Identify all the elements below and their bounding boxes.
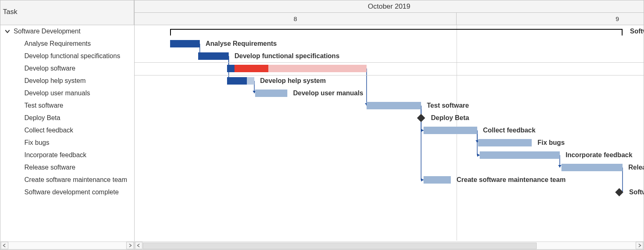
timeline-scrollbar[interactable] (134, 241, 644, 250)
task-panel-scrollbar[interactable] (0, 241, 134, 250)
tree-item[interactable]: Software development complete (0, 186, 134, 198)
task-bar[interactable] (324, 65, 367, 72)
summary-bar[interactable] (170, 29, 623, 34)
chevron-down-icon (5, 28, 10, 34)
timeline-panel: October 2019 89 Software DevelopmentAnal… (134, 0, 644, 250)
milestone[interactable] (417, 114, 425, 122)
scroll-right-button[interactable] (636, 242, 643, 249)
timeline-header-days: 89 (135, 13, 644, 25)
tree-item[interactable]: Fix bugs (0, 137, 134, 149)
tree-item[interactable]: Develop user manuals (0, 87, 134, 99)
bar-label: Software Development (630, 28, 644, 35)
bar-label: Analyse Requirements (206, 40, 277, 47)
task-bar[interactable] (198, 52, 229, 60)
task-panel: Task Software DevelopmentAnalyse Require… (0, 0, 134, 250)
task-tree: Software DevelopmentAnalyse Requirements… (0, 25, 134, 198)
tree-item[interactable]: Develop functional specifications (0, 50, 134, 62)
bar-label: Incorporate feedback (566, 151, 632, 159)
bar-label: Release software (628, 164, 644, 171)
tree-item[interactable]: Collect feedback (0, 124, 134, 137)
scroll-left-button[interactable] (135, 242, 142, 249)
svg-marker-10 (558, 165, 561, 167)
task-bar[interactable] (424, 176, 451, 184)
tree-item[interactable]: Release software (0, 161, 134, 174)
bar-label: Deploy Beta (431, 114, 469, 122)
bar-label: Develop user manuals (293, 90, 363, 97)
day-header: 9 (457, 13, 644, 25)
timeline-header-top: October 2019 (135, 0, 644, 13)
task-bar[interactable] (268, 65, 324, 72)
scroll-right-button[interactable] (126, 242, 134, 249)
task-bar[interactable] (424, 127, 477, 134)
task-bar[interactable] (478, 139, 532, 146)
scrollbar-thumb[interactable] (143, 243, 537, 249)
tree-item[interactable]: Create software maintenance team (0, 174, 134, 186)
bar-label: Fix bugs (537, 139, 565, 146)
bar-label: Test software (427, 102, 469, 109)
bar-label: Collect feedback (483, 127, 535, 134)
scroll-left-button[interactable] (1, 242, 8, 249)
task-bar[interactable] (247, 77, 254, 85)
gantt-chart: Task Software DevelopmentAnalyse Require… (0, 0, 644, 250)
task-bar[interactable] (255, 90, 287, 97)
tree-item[interactable]: Deploy Beta (0, 112, 134, 124)
day-header: 8 (135, 13, 457, 25)
tree-item[interactable]: Analyse Requirements (0, 38, 134, 50)
tree-item[interactable]: Incorporate feedback (0, 149, 134, 161)
bar-label: Develop help system (260, 77, 326, 85)
timeline-header: October 2019 89 (135, 0, 644, 25)
tree-root-label: Software Development (14, 28, 80, 35)
tree-item[interactable]: Develop help system (0, 75, 134, 87)
task-bar[interactable] (561, 164, 623, 171)
tree-item[interactable]: Test software (0, 99, 134, 112)
task-bar[interactable] (170, 40, 200, 47)
task-bar[interactable] (480, 151, 560, 159)
task-bar[interactable] (367, 102, 421, 109)
bar-label: Develop functional specifications (234, 52, 339, 60)
task-bar[interactable] (227, 77, 247, 85)
task-header: Task (0, 0, 134, 25)
chart-body[interactable]: Software DevelopmentAnalyse Requirements… (135, 25, 644, 241)
task-bar[interactable] (234, 65, 268, 72)
tree-root[interactable]: Software Development (0, 25, 134, 38)
scrollbar-track[interactable] (9, 242, 126, 249)
scrollbar-track[interactable] (143, 242, 635, 249)
task-bar[interactable] (227, 65, 234, 72)
milestone[interactable] (615, 188, 623, 196)
bar-label: Software development complete (629, 189, 644, 196)
tree-item[interactable]: Develop software (0, 62, 134, 75)
bar-label: Create software maintenance team (457, 176, 566, 184)
